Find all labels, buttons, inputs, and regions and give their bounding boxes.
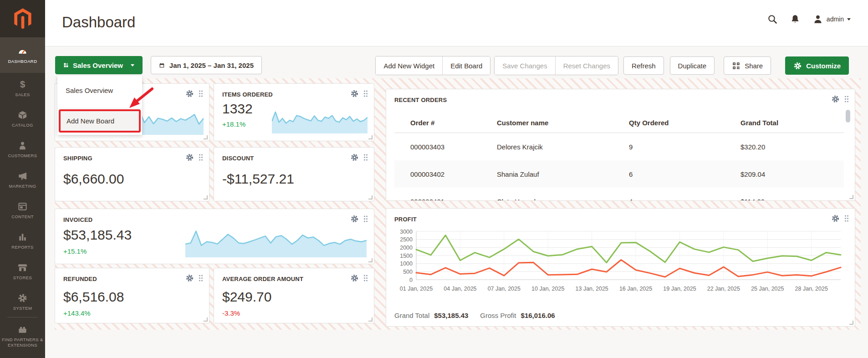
share-button[interactable]: Share: [724, 56, 771, 75]
resize-handle[interactable]: [204, 317, 208, 322]
refresh-button[interactable]: Refresh: [623, 56, 664, 75]
cell-qty-ordered: 9: [629, 143, 740, 151]
share-qr-icon: [732, 61, 740, 70]
drag-handle-icon[interactable]: [363, 90, 368, 97]
widget-title: DISCOUNT: [222, 155, 254, 162]
widget-settings-gear-icon[interactable]: [185, 274, 194, 282]
resize-handle[interactable]: [368, 317, 373, 322]
svg-text:$: $: [20, 79, 25, 89]
drag-handle-icon[interactable]: [363, 215, 368, 223]
dollar-icon: $: [17, 79, 28, 90]
boards-icon: [63, 61, 69, 70]
widget-settings-gear-icon[interactable]: [350, 153, 359, 162]
megaphone-icon: [17, 171, 28, 181]
sidebar-item-find-partners[interactable]: FIND PARTNERS & EXTENSIONS: [0, 317, 45, 355]
column-header: Grand Total: [740, 119, 844, 127]
resize-handle[interactable]: [204, 195, 208, 199]
recent-orders-table: Order # Customer name Qty Ordered Grand …: [394, 113, 844, 201]
widget-settings-gear-icon[interactable]: [350, 215, 359, 223]
widget-card-refunded: REFUNDED $6,516.08 +143.4%: [55, 268, 209, 323]
customize-gear-icon: [793, 61, 802, 70]
sidebar-item-label: SALES: [14, 92, 31, 97]
menu-item-sales-overview[interactable]: Sales Overview: [66, 87, 113, 94]
widget-value: 1332: [222, 101, 253, 117]
sidebar-item-stores[interactable]: STORES: [0, 256, 45, 286]
save-changes-button[interactable]: Save Changes: [495, 56, 555, 75]
layout-icon: [17, 201, 28, 212]
extensions-icon: [17, 324, 28, 335]
board-selector-button[interactable]: Sales Overview: [55, 56, 143, 74]
duplicate-button[interactable]: Duplicate: [670, 56, 715, 75]
sidebar-item-label: DASHBOARD: [7, 59, 39, 64]
drag-handle-icon[interactable]: [198, 274, 204, 282]
sidebar-item-system[interactable]: SYSTEM: [0, 286, 45, 317]
reset-changes-button[interactable]: Reset Changes: [555, 56, 618, 75]
sidebar: DASHBOARD $ SALES CATALOG CUSTOMERS MARK…: [0, 0, 45, 358]
resize-handle[interactable]: [849, 195, 853, 199]
cell-grand-total: $320.20: [740, 143, 844, 151]
svg-text:04 Jan, 2025: 04 Jan, 2025: [444, 286, 476, 292]
table-row[interactable]: 000003403 Delores Krajcik 9 $320.20: [394, 133, 844, 160]
gross-profit-label: Gross Profit: [480, 312, 516, 319]
cell-order-number: 000003401: [394, 198, 497, 201]
chevron-down-icon: [847, 18, 851, 20]
gauge-icon: [17, 46, 28, 56]
notifications-bell-icon[interactable]: [790, 14, 801, 25]
header: Dashboard admin: [45, 0, 868, 46]
widget-settings-gear-icon[interactable]: [185, 89, 194, 98]
svg-text:25 Jan, 2025: 25 Jan, 2025: [751, 286, 784, 292]
svg-text:28 Jan, 2025: 28 Jan, 2025: [795, 286, 828, 292]
resize-handle[interactable]: [368, 258, 373, 262]
resize-handle[interactable]: [849, 321, 853, 325]
drag-handle-icon[interactable]: [363, 153, 368, 161]
page-title: Dashboard: [62, 14, 135, 31]
widget-settings-gear-icon[interactable]: [185, 153, 194, 162]
table-row[interactable]: 000003401 Cleta Hessel 4 $114.00: [394, 188, 844, 201]
resize-handle[interactable]: [368, 135, 373, 139]
svg-text:22 Jan, 2025: 22 Jan, 2025: [707, 286, 740, 292]
drag-handle-icon[interactable]: [363, 274, 368, 282]
sidebar-item-catalog[interactable]: CATALOG: [0, 103, 45, 134]
add-new-widget-button[interactable]: Add New Widget: [376, 56, 442, 75]
widget-card-items-ordered: ITEMS ORDERED 1332 +18.1%: [214, 83, 374, 141]
table-scrollbar-thumb[interactable]: [846, 110, 850, 123]
sidebar-item-reports[interactable]: REPORTS: [0, 225, 45, 256]
drag-handle-icon[interactable]: [844, 95, 849, 103]
table-row[interactable]: 000003402 Shania Zulauf 6 $209.04: [394, 160, 844, 188]
sidebar-item-sales[interactable]: $ SALES: [0, 73, 45, 103]
admin-account-menu[interactable]: admin: [812, 14, 851, 25]
sidebar-item-label: CUSTOMERS: [6, 153, 38, 159]
resize-handle[interactable]: [368, 195, 373, 199]
svg-text:07 Jan, 2025: 07 Jan, 2025: [488, 286, 521, 292]
widget-settings-gear-icon[interactable]: [831, 95, 840, 103]
grand-total-value: $53,185.43: [434, 312, 468, 319]
sidebar-item-dashboard[interactable]: DASHBOARD: [0, 37, 45, 73]
drag-handle-icon[interactable]: [198, 90, 204, 97]
drag-handle-icon[interactable]: [844, 215, 849, 222]
widget-settings-gear-icon[interactable]: [350, 89, 359, 98]
sidebar-item-content[interactable]: CONTENT: [0, 195, 45, 225]
menu-item-add-new-board[interactable]: Add New Board: [59, 109, 141, 133]
sidebar-item-marketing[interactable]: MARKETING: [0, 164, 45, 195]
svg-text:0: 0: [409, 277, 413, 283]
date-range-label: Jan 1, 2025 – Jan 31, 2025: [169, 61, 254, 69]
widget-value: $6,516.08: [63, 289, 124, 305]
widget-title: PROFIT: [394, 216, 417, 223]
widget-change: +15.1%: [63, 247, 87, 255]
board-selector-label: Sales Overview: [73, 61, 123, 69]
edit-board-button[interactable]: Edit Board: [442, 56, 490, 75]
customize-button[interactable]: Customize: [785, 56, 849, 75]
resize-handle[interactable]: [204, 135, 208, 139]
widget-settings-gear-icon[interactable]: [831, 214, 840, 223]
drag-handle-icon[interactable]: [198, 153, 204, 161]
widget-settings-gear-icon[interactable]: [350, 274, 359, 282]
search-icon[interactable]: [767, 14, 778, 25]
date-range-button[interactable]: Jan 1, 2025 – Jan 31, 2025: [151, 56, 262, 74]
sidebar-item-customers[interactable]: CUSTOMERS: [0, 134, 45, 164]
widget-title: AVERAGE ORDER AMOUNT: [222, 276, 303, 282]
cell-qty-ordered: 4: [629, 198, 740, 201]
gear-icon: [17, 293, 28, 303]
magento-logo[interactable]: [0, 0, 45, 37]
widget-value: $6,660.00: [63, 171, 124, 187]
menu-divider: [57, 108, 142, 108]
